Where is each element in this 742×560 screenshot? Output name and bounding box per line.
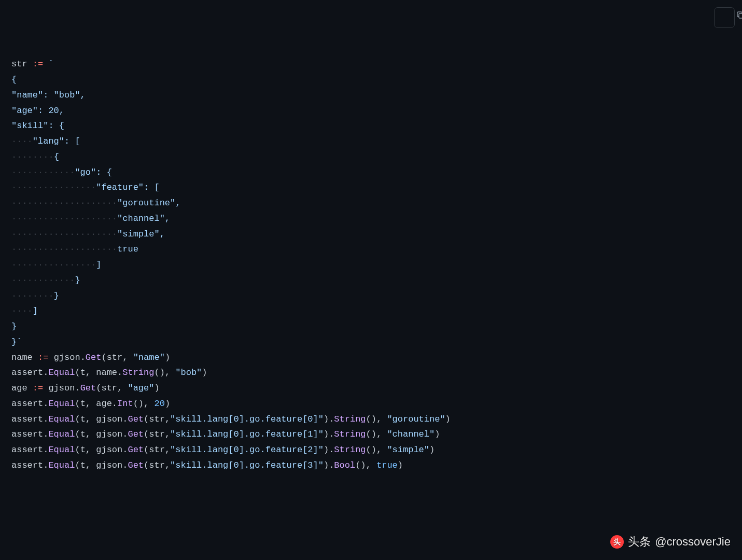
code-token: , xyxy=(122,353,133,362)
code-token: } xyxy=(11,321,17,331)
code-token: ). xyxy=(324,445,334,455)
code-token: str xyxy=(107,353,123,362)
code-line: ················] xyxy=(11,257,731,273)
code-line: ········} xyxy=(11,288,731,304)
code-token: gjson xyxy=(96,429,122,439)
code-token: ···················· xyxy=(11,229,117,239)
code-token xyxy=(48,353,53,362)
watermark-handle: @crossoverJie xyxy=(655,532,731,552)
code-token: str xyxy=(149,429,165,439)
code-token: assert xyxy=(11,399,43,409)
code-token: , xyxy=(165,414,170,424)
code-line: assert.Equal(t, gjson.Get(str,"skill.lan… xyxy=(11,427,731,442)
code-token: ] xyxy=(96,260,101,270)
watermark-badge-icon: 头 xyxy=(610,535,624,549)
code-token: "skill.lang[0].go.feature[1]" xyxy=(170,429,324,439)
code-line: ····················true xyxy=(11,242,731,257)
code-token: String xyxy=(334,414,366,424)
code-token: ). xyxy=(324,414,334,424)
code-token: . xyxy=(122,414,128,424)
code-token: , xyxy=(86,399,96,409)
code-token: gjson xyxy=(96,460,122,470)
code-line: ····················"simple", xyxy=(11,227,731,242)
code-line: }` xyxy=(11,334,731,350)
code-token: . xyxy=(122,445,128,455)
code-token: Equal xyxy=(48,460,75,470)
code-token: ) xyxy=(202,368,207,377)
code-token: ) xyxy=(445,414,451,424)
code-token: "skill.lang[0].go.feature[3]" xyxy=(170,460,324,470)
code-token: age xyxy=(11,383,27,393)
code-token: ( xyxy=(75,399,80,409)
code-token: Get xyxy=(128,414,144,424)
code-token: Equal xyxy=(48,429,75,439)
code-token: , xyxy=(165,429,170,439)
code-token: gjson xyxy=(96,414,122,424)
code-token: , xyxy=(86,414,96,424)
code-token: { xyxy=(54,152,59,162)
code-token: name xyxy=(96,368,117,377)
code-token: ············ xyxy=(11,167,75,177)
code-token: . xyxy=(43,460,48,470)
code-token: "name" xyxy=(133,353,165,362)
code-token: . xyxy=(43,445,48,455)
code-token: "goroutine" xyxy=(387,414,445,424)
code-token: ········ xyxy=(11,152,54,162)
code-token: String xyxy=(334,445,366,455)
code-token: { xyxy=(11,75,17,85)
code-token: ···· xyxy=(11,306,33,316)
code-token: t xyxy=(80,460,86,470)
code-token: t xyxy=(80,414,86,424)
code-token: ( xyxy=(144,445,149,455)
code-line: name := gjson.Get(str, "name") xyxy=(11,350,731,366)
code-token: Bool xyxy=(334,460,355,470)
code-token: "skill.lang[0].go.feature[0]" xyxy=(170,414,324,424)
code-token: "simple" xyxy=(387,445,429,455)
code-line: ····] xyxy=(11,303,731,319)
code-token: "skill.lang[0].go.feature[2]" xyxy=(170,445,324,455)
code-line: assert.Equal(t, age.Int(), 20) xyxy=(11,396,731,412)
code-token: (), xyxy=(366,414,387,424)
code-token: assert xyxy=(11,460,43,470)
code-token: "channel" xyxy=(387,429,435,439)
code-line: assert.Equal(t, gjson.Get(str,"skill.lan… xyxy=(11,458,731,473)
code-token: } xyxy=(75,275,80,285)
watermark-prefix: 头条 xyxy=(628,532,651,552)
code-token: ). xyxy=(324,460,334,470)
code-token: . xyxy=(112,399,117,409)
code-token: "name": "bob", xyxy=(11,90,86,100)
code-line: ········{ xyxy=(11,149,731,165)
code-token: , xyxy=(86,368,96,377)
code-token: t xyxy=(80,429,86,439)
code-token: "go": { xyxy=(75,167,111,177)
code-token: }` xyxy=(11,337,22,347)
code-line: age := gjson.Get(str, "age") xyxy=(11,381,731,396)
code-token: assert xyxy=(11,429,43,439)
code-token xyxy=(43,59,48,69)
code-token: t xyxy=(80,399,86,409)
code-token: "lang": [ xyxy=(33,136,80,146)
code-token: Get xyxy=(128,445,144,455)
code-token: , xyxy=(86,460,96,470)
code-token: str xyxy=(149,414,165,424)
code-line: assert.Equal(t, name.String(), "bob") xyxy=(11,365,731,381)
code-line: "skill": { xyxy=(11,118,731,134)
code-token: Get xyxy=(128,460,144,470)
code-token: age xyxy=(96,399,112,409)
code-token: } xyxy=(54,291,59,301)
code-token: Equal xyxy=(48,445,75,455)
code-line: ····················"goroutine", xyxy=(11,195,731,211)
code-token: str xyxy=(149,460,165,470)
code-token: str xyxy=(11,59,27,69)
copy-button[interactable] xyxy=(714,7,735,28)
code-line: assert.Equal(t, gjson.Get(str,"skill.lan… xyxy=(11,412,731,427)
code-token: gjson xyxy=(96,445,122,455)
code-line: ····················"channel", xyxy=(11,211,731,227)
code-token xyxy=(33,353,38,362)
code-token: true xyxy=(376,460,398,470)
code-token: (), xyxy=(366,429,387,439)
code-token: String xyxy=(122,368,154,377)
code-token: . xyxy=(122,429,128,439)
code-token: . xyxy=(75,383,80,393)
code-token: . xyxy=(43,399,48,409)
